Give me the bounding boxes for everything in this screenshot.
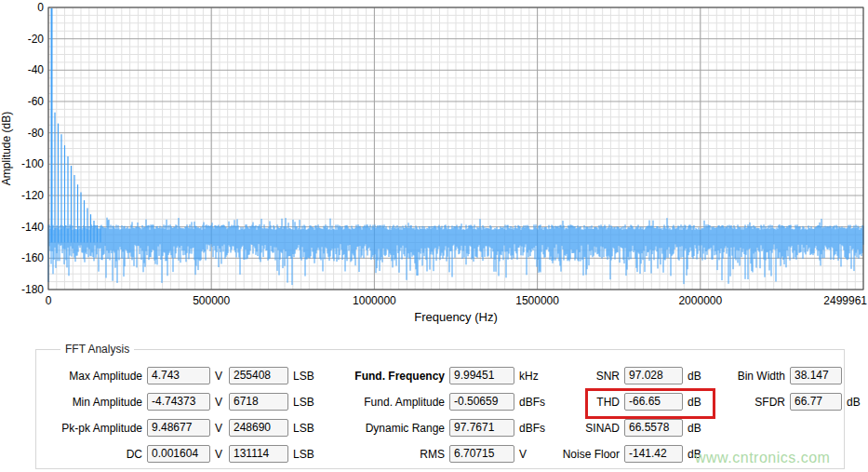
amplitude-stats-column: Max Amplitude 4.743 V 255408 LSB Min Amp… — [46, 366, 314, 470]
row-fund-amplitude: Fund. Amplitude -0.50659 dBFs — [315, 392, 545, 411]
y-axis-label: Amplitude (dB) — [0, 112, 13, 185]
unit-label: V — [210, 396, 229, 409]
sfdr-box[interactable]: 66.77 — [790, 393, 842, 411]
x-tick-label: 1500000 — [515, 294, 559, 307]
unit-label: dB — [683, 370, 701, 383]
misc-stats-column: Bin Width 38.147 SFDR 66.77 dB — [728, 366, 861, 418]
field-label: Dynamic Range — [315, 422, 449, 435]
y-tick-label: -80 — [28, 127, 45, 140]
y-tick-label: -40 — [28, 63, 45, 76]
unit-label: dB — [683, 396, 701, 409]
fundamental-stats-column: Fund. Frequency 9.99451 kHz Fund. Amplit… — [315, 366, 545, 470]
dc-lsb-box[interactable]: 131114 — [229, 445, 288, 463]
x-tick-label: 0 — [46, 294, 52, 307]
max-amplitude-lsb-box[interactable]: 255408 — [229, 367, 288, 384]
unit-label: V — [514, 448, 527, 461]
row-sfdr: SFDR 66.77 dB — [728, 392, 861, 411]
field-label: Pk-pk Amplitude — [46, 422, 147, 435]
field-label: THD — [555, 396, 624, 409]
unit-label: LSB — [288, 396, 314, 409]
x-axis-label: Frequency (Hz) — [414, 310, 498, 324]
field-label: Bin Width — [728, 370, 790, 383]
min-amplitude-v-box[interactable]: -4.74373 — [147, 393, 210, 411]
field-label: Fund. Amplitude — [315, 396, 449, 409]
row-dc: DC 0.001604 V 131114 LSB — [46, 444, 314, 464]
field-label: DC — [46, 448, 147, 461]
fft-plot: 0-20-40-60-80-100-120-140-160-1800500000… — [0, 0, 868, 324]
unit-label: V — [210, 370, 229, 383]
y-tick-label: -100 — [21, 157, 44, 170]
y-tick-label: -160 — [21, 251, 44, 264]
unit-label: V — [210, 422, 229, 435]
field-label: Noise Floor — [555, 448, 624, 461]
row-min-amplitude: Min Amplitude -4.74373 V 6718 LSB — [46, 392, 314, 411]
unit-label: kHz — [514, 370, 539, 383]
min-amplitude-lsb-box[interactable]: 6718 — [229, 393, 288, 411]
field-label: RMS — [315, 448, 449, 461]
row-rms: RMS 6.70715 V — [315, 444, 545, 464]
dc-v-box[interactable]: 0.001604 — [147, 445, 210, 463]
y-tick-label: -60 — [28, 95, 45, 108]
unit-label: dBFs — [514, 396, 545, 409]
fft-spectrum-svg: 0-20-40-60-80-100-120-140-160-1800500000… — [0, 0, 868, 324]
unit-label: dBFs — [514, 422, 545, 435]
unit-label: V — [210, 448, 229, 461]
field-label: SNR — [555, 370, 624, 383]
field-label: Max Amplitude — [46, 370, 147, 383]
pkpk-amplitude-v-box[interactable]: 9.48677 — [147, 419, 210, 437]
y-tick-label: -20 — [28, 33, 45, 46]
row-snr: SNR 97.028 dB — [555, 366, 701, 385]
bin-width-box[interactable]: 38.147 — [790, 367, 842, 384]
watermark-text: www.cntronics.com — [695, 450, 830, 466]
noise-floor-box[interactable]: -141.42 — [624, 445, 683, 463]
snr-box[interactable]: 97.028 — [624, 367, 683, 384]
x-tick-label: 2499961 — [823, 294, 867, 307]
x-tick-label: 500000 — [193, 294, 230, 307]
fund-amplitude-box[interactable]: -0.50659 — [449, 393, 514, 411]
y-tick-label: 0 — [37, 1, 44, 14]
row-pkpk-amplitude: Pk-pk Amplitude 9.48677 V 248690 LSB — [46, 418, 314, 438]
max-amplitude-v-box[interactable]: 4.743 — [147, 367, 210, 384]
unit-label: LSB — [288, 448, 314, 461]
y-tick-label: -140 — [21, 221, 44, 234]
unit-label: dB — [842, 396, 861, 409]
y-tick-label: -180 — [21, 283, 44, 296]
distortion-stats-column: SNR 97.028 dB THD -66.65 dB SINAD 66.557… — [555, 366, 701, 470]
field-label: Fund. Frequency — [315, 370, 449, 383]
fund-frequency-box[interactable]: 9.99451 — [449, 367, 514, 384]
unit-label: LSB — [288, 370, 314, 383]
row-dynamic-range: Dynamic Range 97.7671 dBFs — [315, 418, 545, 438]
sinad-box[interactable]: 66.5578 — [624, 419, 683, 437]
row-noise-floor: Noise Floor -141.42 dB — [555, 444, 701, 464]
field-label: Min Amplitude — [46, 396, 147, 409]
field-label: SFDR — [728, 396, 790, 409]
y-tick-label: -120 — [21, 189, 44, 202]
x-tick-label: 2000000 — [678, 294, 722, 307]
pkpk-amplitude-lsb-box[interactable]: 248690 — [229, 419, 288, 437]
row-sinad: SINAD 66.5578 dB — [555, 418, 701, 438]
rms-box[interactable]: 6.70715 — [449, 445, 514, 463]
x-tick-label: 1000000 — [353, 294, 396, 307]
dynamic-range-box[interactable]: 97.7671 — [449, 419, 514, 437]
thd-box-value[interactable]: -66.65 — [624, 393, 683, 411]
unit-label: LSB — [288, 422, 314, 435]
unit-label: dB — [683, 422, 701, 435]
field-label: SINAD — [555, 422, 624, 435]
row-bin-width: Bin Width 38.147 — [728, 366, 861, 385]
row-fund-frequency: Fund. Frequency 9.99451 kHz — [315, 366, 545, 385]
panel-title: FFT Analysis — [60, 343, 134, 356]
row-max-amplitude: Max Amplitude 4.743 V 255408 LSB — [46, 366, 314, 385]
row-thd: THD -66.65 dB — [555, 392, 701, 411]
